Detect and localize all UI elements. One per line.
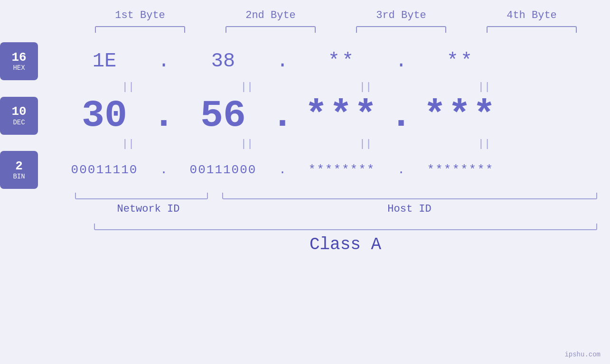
hex-byte4: ** [413, 50, 508, 73]
eq1-d2 [299, 81, 313, 93]
bin-row: 2 BIN 00011110 . 00111000 . ******** . *… [0, 151, 610, 189]
host-id-label: Host ID [222, 203, 597, 215]
hex-row: 16 HEX 1E . 38 . ** . ** [0, 42, 610, 80]
bin-values: 00011110 . 00111000 . ******** . *******… [57, 163, 610, 177]
bracket-byte4 [487, 26, 577, 33]
hex-base-label: HEX [13, 64, 25, 72]
eq1-d1 [180, 81, 195, 93]
dec-byte1: 30 [57, 94, 152, 137]
bin-base-number: 2 [15, 159, 23, 173]
main-container: 1st Byte 2nd Byte 3rd Byte 4th Byte 16 H… [0, 0, 610, 364]
eq1-d3 [418, 81, 432, 93]
hex-byte2: 38 [176, 50, 271, 73]
equals-row-2: || || || || [0, 138, 610, 150]
bin-badge: 2 BIN [0, 151, 38, 189]
byte4-header: 4th Byte [484, 9, 579, 21]
byte-headers: 1st Byte 2nd Byte 3rd Byte 4th Byte [75, 9, 597, 21]
dec-dot3: . [389, 94, 413, 137]
bracket-byte3 [356, 26, 446, 33]
top-brackets [75, 26, 597, 33]
bottom-bracket-container [75, 193, 597, 199]
eq2-b3: || [313, 138, 418, 150]
bracket-byte1 [95, 26, 185, 33]
dec-base-label: DEC [13, 119, 25, 126]
dec-badge: 10 DEC [0, 97, 38, 135]
bin-byte3: ******** [294, 163, 389, 177]
byte2-header: 2nd Byte [223, 9, 318, 21]
class-label: Class A [94, 235, 597, 254]
network-id-label: Network ID [75, 203, 222, 215]
bin-dot3: . [389, 163, 413, 177]
eq2-b2: || [195, 138, 299, 150]
host-bracket [222, 193, 597, 199]
bin-byte1: 00011110 [57, 163, 152, 177]
hex-dot2: . [271, 50, 294, 73]
class-bracket-container: Class A [94, 224, 597, 254]
eq1-b4: || [432, 81, 536, 93]
eq2-values: || || || || [76, 138, 610, 150]
equals-row-1: || || || || [0, 81, 610, 93]
hex-dot3: . [389, 50, 413, 73]
dec-values: 30 . 56 . *** . *** [57, 94, 610, 137]
eq1-values: || || || || [76, 81, 610, 93]
dec-byte2: 56 [176, 94, 271, 137]
hex-badge: 16 HEX [0, 42, 38, 80]
bin-base-label: BIN [13, 173, 25, 180]
bin-dot1: . [152, 163, 176, 177]
eq2-d2 [299, 138, 313, 150]
dec-byte4: *** [413, 94, 508, 137]
hex-base-number: 16 [11, 51, 26, 65]
class-bracket [94, 224, 597, 230]
eq2-b1: || [76, 138, 180, 150]
eq1-b3: || [313, 81, 418, 93]
eq2-b4: || [432, 138, 536, 150]
eq1-b2: || [195, 81, 299, 93]
bin-dot2: . [271, 163, 294, 177]
dec-dot2: . [271, 94, 294, 137]
eq1-b1: || [76, 81, 180, 93]
network-bracket [75, 193, 208, 199]
bracket-byte2 [225, 26, 316, 33]
bin-byte2: 00111000 [176, 163, 271, 177]
hex-values: 1E . 38 . ** . ** [57, 50, 610, 73]
byte1-header: 1st Byte [93, 9, 188, 21]
dec-base-number: 10 [11, 105, 26, 119]
dec-byte3: *** [294, 94, 389, 137]
eq2-d1 [180, 138, 195, 150]
eq2-d3 [418, 138, 432, 150]
id-labels-row: Network ID Host ID [75, 203, 597, 215]
bin-byte4: ******** [413, 163, 508, 177]
watermark: ipshu.com [564, 351, 601, 358]
hex-byte1: 1E [57, 50, 152, 73]
byte3-header: 3rd Byte [354, 9, 449, 21]
dec-row: 10 DEC 30 . 56 . *** . *** [0, 94, 610, 137]
hex-byte3: ** [294, 50, 389, 73]
dec-dot1: . [152, 94, 176, 137]
hex-dot1: . [152, 50, 176, 73]
